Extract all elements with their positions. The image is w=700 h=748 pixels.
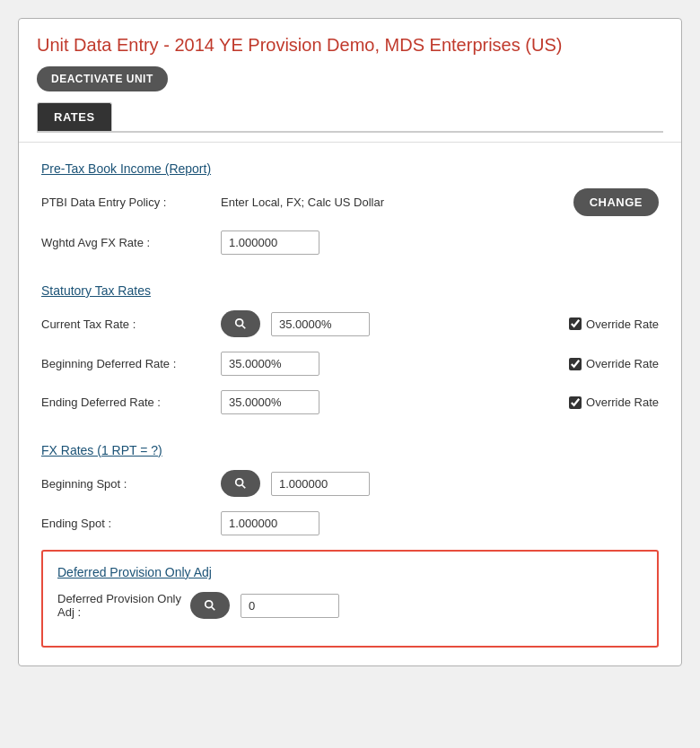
statutory-tax-rates-link[interactable]: Statutory Tax Rates bbox=[41, 283, 151, 298]
deferred-provision-row: Deferred Provision Only Adj : bbox=[57, 592, 643, 619]
search-icon bbox=[234, 317, 247, 330]
ptbi-policy-value: Enter Local, FX; Calc US Dollar bbox=[221, 196, 573, 209]
current-tax-rate-label: Current Tax Rate : bbox=[41, 317, 221, 331]
deferred-provision-link[interactable]: Deferred Provision Only Adj bbox=[57, 565, 212, 579]
svg-point-2 bbox=[236, 479, 243, 486]
svg-line-1 bbox=[242, 326, 246, 329]
ptbi-policy-row: PTBI Data Entry Policy : Enter Local, FX… bbox=[41, 188, 659, 216]
wghtd-avg-fx-input[interactable] bbox=[221, 230, 319, 255]
svg-point-4 bbox=[206, 601, 213, 608]
beginning-spot-row: Beginning Spot : bbox=[41, 470, 659, 497]
wghtd-avg-fx-label: Wghtd Avg FX Rate : bbox=[41, 236, 221, 249]
ending-spot-label: Ending Spot : bbox=[41, 517, 221, 530]
deactivate-unit-button[interactable]: DEACTIVATE UNIT bbox=[37, 66, 168, 91]
content-area: Pre-Tax Book Income (Report) PTBI Data E… bbox=[19, 143, 681, 665]
page-title: Unit Data Entry - 2014 YE Provision Demo… bbox=[37, 35, 663, 56]
search-icon bbox=[234, 477, 247, 490]
ending-deferred-override-checkbox[interactable] bbox=[569, 396, 582, 409]
tab-rates[interactable]: RATES bbox=[37, 102, 112, 131]
deferred-provision-input[interactable] bbox=[241, 594, 339, 618]
ending-spot-input[interactable] bbox=[221, 511, 319, 535]
ending-deferred-rate-row: Ending Deferred Rate : Override Rate bbox=[41, 390, 659, 414]
current-tax-rate-search-button[interactable] bbox=[221, 310, 260, 337]
search-icon bbox=[204, 599, 216, 612]
beginning-deferred-override-label: Override Rate bbox=[586, 357, 659, 370]
beginning-deferred-rate-label: Beginning Deferred Rate : bbox=[41, 357, 221, 370]
pretax-book-income-link[interactable]: Pre-Tax Book Income (Report) bbox=[41, 161, 211, 176]
svg-point-0 bbox=[236, 319, 243, 326]
ending-spot-row: Ending Spot : bbox=[41, 511, 659, 535]
ptbi-policy-label: PTBI Data Entry Policy : bbox=[41, 196, 221, 209]
ending-deferred-rate-label: Ending Deferred Rate : bbox=[41, 396, 221, 409]
tabs-row: RATES bbox=[37, 102, 663, 133]
page-header: Unit Data Entry - 2014 YE Provision Demo… bbox=[19, 19, 681, 143]
deferred-provision-label: Deferred Provision Only Adj : bbox=[57, 592, 183, 619]
ending-deferred-override-container: Override Rate bbox=[569, 396, 659, 409]
beginning-deferred-override-container: Override Rate bbox=[569, 357, 659, 370]
beginning-spot-input[interactable] bbox=[271, 472, 370, 496]
deferred-provision-search-button[interactable] bbox=[190, 592, 230, 619]
beginning-spot-search-button[interactable] bbox=[221, 470, 260, 497]
current-tax-rate-row: Current Tax Rate : Override Rate bbox=[41, 310, 659, 337]
ending-deferred-rate-input[interactable] bbox=[221, 390, 319, 414]
main-container: Unit Data Entry - 2014 YE Provision Demo… bbox=[18, 18, 682, 666]
deferred-provision-box: Deferred Provision Only Adj Deferred Pro… bbox=[41, 550, 659, 648]
svg-line-3 bbox=[242, 485, 246, 489]
change-button[interactable]: CHANGE bbox=[573, 188, 659, 216]
fx-rates-link[interactable]: FX Rates (1 RPT = ?) bbox=[41, 443, 162, 457]
wghtd-avg-fx-row: Wghtd Avg FX Rate : bbox=[41, 230, 659, 255]
beginning-deferred-rate-input[interactable] bbox=[221, 352, 319, 376]
current-tax-rate-override-label: Override Rate bbox=[586, 317, 659, 331]
current-tax-rate-input[interactable] bbox=[271, 312, 370, 336]
current-tax-rate-override-container: Override Rate bbox=[569, 317, 659, 331]
beginning-deferred-override-checkbox[interactable] bbox=[569, 358, 582, 370]
beginning-deferred-rate-row: Beginning Deferred Rate : Override Rate bbox=[41, 352, 659, 376]
svg-line-5 bbox=[212, 607, 215, 611]
current-tax-rate-override-checkbox[interactable] bbox=[569, 317, 582, 330]
beginning-spot-label: Beginning Spot : bbox=[41, 477, 221, 491]
ending-deferred-override-label: Override Rate bbox=[586, 396, 659, 409]
